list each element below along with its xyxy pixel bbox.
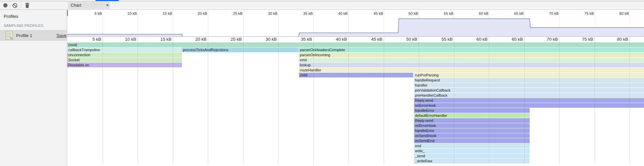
svg-text:%: % [10,36,12,40]
